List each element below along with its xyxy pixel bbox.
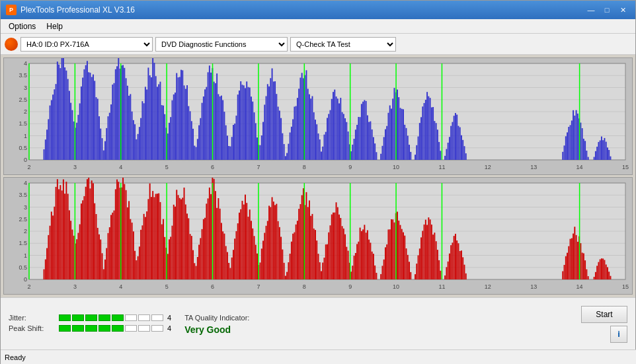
jitter-seg-7: [138, 314, 150, 321]
jitter-seg-8: [151, 314, 163, 321]
window-title: PlexTools Professional XL V3.16: [20, 5, 135, 15]
peakshift-progress: 4: [59, 324, 171, 332]
bottom-chart-canvas: [4, 178, 632, 294]
peakshift-label: Peak Shift:: [9, 324, 55, 332]
title-bar-left: P PlexTools Professional XL V3.16: [6, 5, 135, 15]
start-button[interactable]: Start: [581, 306, 627, 323]
peak-seg-2: [72, 325, 84, 332]
bottom-panel: Jitter: 4 Peak Shift:: [1, 297, 635, 350]
status-text: Ready: [5, 353, 26, 361]
status-bar: Ready: [1, 349, 636, 364]
top-chart-canvas: [4, 58, 632, 174]
menu-options[interactable]: Options: [3, 20, 41, 32]
ta-quality-label: TA Quality Indicator:: [184, 314, 249, 322]
ta-quality-section: TA Quality Indicator: Very Good: [184, 314, 249, 335]
ta-quality-value: Very Good: [184, 324, 231, 335]
title-bar: P PlexTools Professional XL V3.16 — □ ✕: [1, 1, 635, 19]
jitter-seg-5: [112, 314, 124, 321]
function-select[interactable]: DVD Diagnostic Functions: [155, 37, 288, 52]
maximize-button[interactable]: □: [600, 4, 614, 16]
menu-help[interactable]: Help: [41, 20, 68, 32]
jitter-seg-4: [99, 314, 110, 321]
minimize-button[interactable]: —: [584, 4, 598, 16]
jitter-seg-3: [85, 314, 97, 321]
metrics-section: Jitter: 4 Peak Shift:: [9, 314, 171, 335]
jitter-seg-1: [59, 314, 71, 321]
jitter-seg-6: [125, 314, 137, 321]
bottom-right-buttons: Start i: [581, 306, 627, 343]
peakshift-row: Peak Shift: 4: [9, 324, 171, 332]
peak-seg-3: [85, 325, 97, 332]
toolbar: HA:0 ID:0 PX-716A DVD Diagnostic Functio…: [1, 34, 635, 55]
jitter-row: Jitter: 4: [9, 314, 171, 322]
app-icon: P: [6, 5, 17, 15]
peak-seg-8: [151, 325, 163, 332]
jitter-seg-2: [72, 314, 84, 321]
bottom-chart: [3, 177, 633, 295]
close-button[interactable]: ✕: [616, 4, 630, 16]
charts-area: [1, 55, 635, 297]
menu-bar: Options Help: [1, 19, 635, 34]
peakshift-value: 4: [167, 324, 171, 332]
window-controls: — □ ✕: [584, 4, 630, 16]
mode-select[interactable]: Q-Check TA Test: [290, 37, 396, 52]
jitter-label: Jitter:: [9, 314, 55, 322]
jitter-value: 4: [167, 314, 171, 322]
info-button[interactable]: i: [610, 326, 627, 343]
drive-select[interactable]: HA:0 ID:0 PX-716A: [20, 37, 153, 52]
jitter-progress: 4: [59, 314, 171, 322]
peak-seg-7: [138, 325, 150, 332]
plextools-logo: [5, 38, 18, 51]
peak-seg-1: [59, 325, 71, 332]
peak-seg-5: [112, 325, 124, 332]
peak-seg-6: [125, 325, 137, 332]
top-chart: [3, 57, 633, 175]
peak-seg-4: [99, 325, 110, 332]
